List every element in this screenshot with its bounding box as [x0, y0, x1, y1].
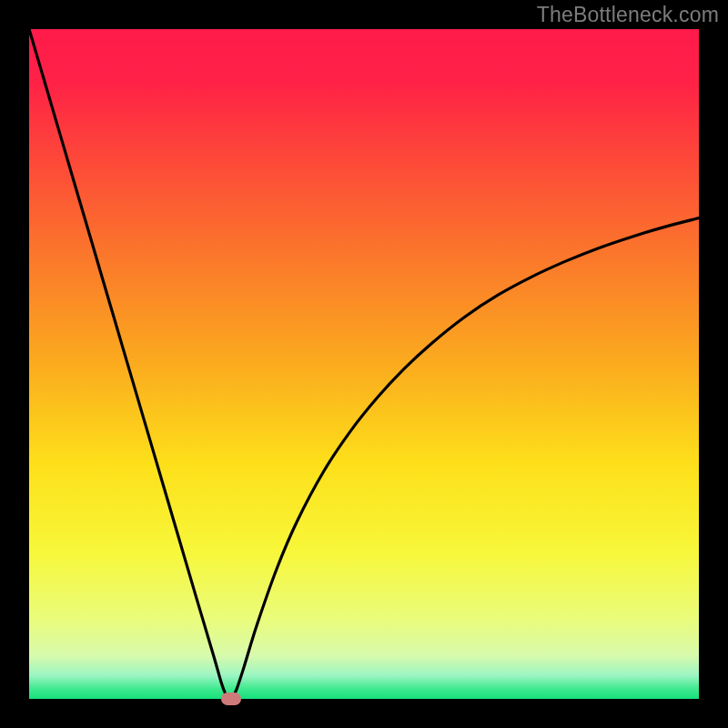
chart-frame: TheBottleneck.com: [0, 0, 728, 728]
minimum-marker: [221, 693, 241, 705]
plot-area: [29, 29, 699, 699]
watermark-text: TheBottleneck.com: [537, 3, 719, 27]
chart-svg: [29, 29, 699, 699]
chart-background: [29, 29, 699, 699]
